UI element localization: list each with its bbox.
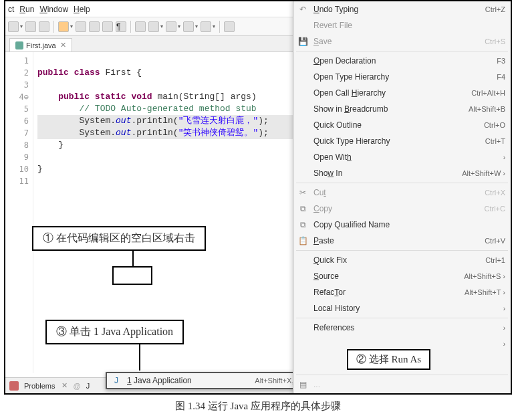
annotation-step1: ① 在代码编辑区的空白区域右击: [32, 226, 206, 251]
problems-tab[interactable]: Problems: [24, 382, 55, 390]
separator: [296, 375, 508, 375]
tool-icon[interactable]: [224, 21, 235, 32]
submenu-arrow-icon: ›: [503, 305, 505, 312]
annotation-step2: ② 选择 Run As: [347, 349, 430, 370]
menu-partial[interactable]: ct: [8, 5, 14, 14]
dropdown-arrow-icon[interactable]: ▾: [195, 23, 198, 29]
close-icon[interactable]: ✕: [61, 381, 68, 390]
menu-copy: ⧉CopyCtrl+C: [293, 201, 511, 217]
separator: [296, 394, 508, 395]
tool-icon[interactable]: [102, 21, 113, 32]
tool-icon[interactable]: [58, 21, 69, 32]
annotation-step3: ③ 单击 1 Java Application: [45, 320, 184, 344]
run-as-submenu: J 1 Java Application Alt+Shift+X, J: [106, 372, 306, 389]
tool-icon[interactable]: [89, 21, 100, 32]
dropdown-arrow-icon[interactable]: ▾: [160, 23, 163, 29]
separator: [296, 183, 508, 183]
submenu-arrow-icon: ›: [503, 340, 505, 348]
tool-icon[interactable]: [76, 21, 86, 32]
menu-paste[interactable]: 📋PasteCtrl+V: [293, 233, 511, 249]
menu-revert: Revert File: [293, 17, 511, 33]
menu-undo[interactable]: ↶Undo TypingCtrl+Z: [293, 1, 511, 17]
context-menu: ↶Undo TypingCtrl+Z Revert File 💾SaveCtrl…: [293, 1, 511, 395]
separator: [296, 51, 508, 51]
dropdown-arrow-icon[interactable]: ▾: [213, 23, 215, 29]
java-file-icon: [15, 41, 23, 49]
tool-icon[interactable]: [25, 21, 36, 32]
tool-icon[interactable]: ¶: [116, 21, 126, 32]
menu-local-history[interactable]: Local History›: [293, 300, 511, 316]
undo-icon: ↶: [297, 4, 308, 15]
menu-copy-qualified[interactable]: ⧉Copy Qualified Name: [293, 217, 511, 233]
tool-icon[interactable]: [183, 21, 194, 32]
menu-open-call-hierarchy[interactable]: Open Call HierarchyCtrl+Alt+H: [293, 85, 511, 101]
submenu-arrow-icon: ›: [503, 324, 505, 332]
tool-icon[interactable]: [166, 21, 176, 32]
menu-source[interactable]: SourceAlt+Shift+S ›: [293, 268, 511, 284]
menu-snippet[interactable]: ▤...: [293, 377, 511, 393]
menu-open-type-hierarchy[interactable]: Open Type HierarchyF4: [293, 69, 511, 85]
menu-refactor[interactable]: RefacTorAlt+Shift+T ›: [293, 284, 511, 300]
tool-icon[interactable]: [135, 21, 146, 32]
submenu-java-application[interactable]: J 1 Java Application Alt+Shift+X, J: [107, 373, 305, 388]
separator: [296, 318, 508, 318]
ide-window: ct Run Window Help ▾ ▾ ¶ ▾ ▾ ▾ ▾ First.j…: [4, 0, 512, 395]
separator: [130, 21, 131, 33]
menu-show-in[interactable]: Show InAlt+Shift+W ›: [293, 165, 511, 181]
menu-quick-outline[interactable]: Quick OutlineCtrl+O: [293, 117, 511, 133]
menu-breadcrumb[interactable]: Show in BreadcrumbAlt+Shift+B: [293, 101, 511, 117]
cut-icon: ✂: [297, 187, 308, 198]
snippet-icon: ▤: [297, 379, 308, 390]
copy-qn-icon: ⧉: [297, 219, 308, 230]
separator: [53, 21, 54, 33]
tab-label: First.java: [26, 41, 56, 49]
dropdown-arrow-icon[interactable]: ▾: [70, 23, 73, 29]
tool-icon[interactable]: [39, 21, 49, 32]
close-icon[interactable]: ✕: [60, 41, 66, 49]
java-app-icon: J: [111, 375, 122, 386]
menu-open-with[interactable]: Open With›: [293, 149, 511, 165]
menu-save: 💾SaveCtrl+S: [293, 33, 511, 49]
j-tab[interactable]: J: [86, 382, 90, 390]
figure-caption: 图 1.34 运行 Java 应用程序的具体步骤: [0, 400, 516, 413]
dropdown-arrow-icon[interactable]: ▾: [178, 23, 180, 29]
separator: [296, 250, 508, 251]
tool-icon[interactable]: [201, 21, 211, 32]
tab-first-java[interactable]: First.java ✕: [9, 38, 72, 51]
annotation-connector-box: [112, 266, 152, 285]
tool-icon[interactable]: [8, 21, 19, 32]
menu-references[interactable]: References›: [293, 320, 511, 336]
dropdown-arrow-icon[interactable]: ▾: [20, 23, 23, 29]
menu-quick-type-hierarchy[interactable]: Quick Type HierarchyCtrl+T: [293, 133, 511, 149]
problems-icon: [9, 381, 19, 391]
menu-run[interactable]: Run: [19, 5, 34, 14]
menu-cut: ✂CutCtrl+X: [293, 185, 511, 201]
menu-help[interactable]: Help: [74, 5, 90, 14]
separator: [219, 21, 220, 33]
submenu-arrow-icon: ›: [503, 154, 505, 161]
line-gutter: 1 2 3 4⊖ 5 6 7 8 9 10 11: [5, 52, 33, 373]
save-icon: 💾: [297, 36, 308, 47]
paste-icon: 📋: [297, 235, 308, 246]
menu-window[interactable]: Window: [39, 5, 68, 14]
menu-quick-fix[interactable]: Quick FixCtrl+1: [293, 252, 511, 268]
copy-icon: ⧉: [297, 203, 308, 214]
menu-open-declaration[interactable]: Open DeclarationF3: [293, 53, 511, 69]
tool-icon[interactable]: [148, 21, 159, 32]
